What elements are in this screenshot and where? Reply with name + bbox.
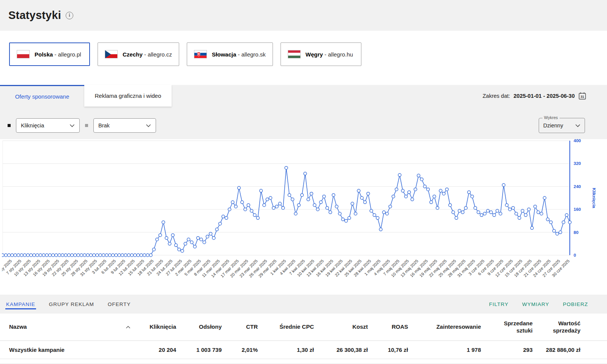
svg-text:80: 80 [574,230,579,235]
metric1-select[interactable]: Kliknięcia [16,118,80,133]
poland-flag-icon [17,50,30,58]
svg-text:31: 31 [580,95,584,99]
chevron-down-icon [146,124,151,127]
tab-kampanie[interactable]: KAMPANIE [5,299,36,309]
date-range-value: 2025-01-01 - 2025-06-30 [514,93,575,99]
market-selector: Polska - allegro.pl Czechy - allegro.cz [0,31,607,85]
column-header-srednie-cpc[interactable]: Średnie CPC [258,323,314,331]
dimensions-button[interactable]: WYMIARY [522,301,549,307]
cell-nazwa: Wszystkie kampanie [9,347,134,353]
svg-text:240: 240 [574,184,581,189]
table-row[interactable]: Wszystkie kampanie 20 204 1 003 739 2,01… [0,341,607,359]
info-icon[interactable]: i [66,12,73,19]
date-range-label: Zakres dat: [482,93,510,99]
column-header-roas[interactable]: ROAS [368,323,408,331]
market-label: Polska - allegro.pl [35,51,81,58]
table-footer-divider [0,359,607,364]
hungary-flag-icon [288,50,301,58]
svg-text:0: 0 [574,253,576,257]
chart-area: 080160240320400Kliknięcia4 sty 20257 sty… [0,139,607,295]
market-button-czechy[interactable]: Czechy - allegro.cz [98,42,179,66]
svg-text:160: 160 [574,207,581,212]
tab-oferty-sponsorowane[interactable]: Oferty sponsorowane [0,85,84,107]
cell-roas: 10,76 zł [368,347,408,353]
market-button-polska[interactable]: Polska - allegro.pl [9,42,90,66]
metric2-value: Brak [98,122,110,129]
page-title: Statystyki [8,9,61,22]
date-range-picker[interactable]: Zakres dat: 2025-01-01 - 2025-06-30 31 [482,85,607,107]
column-header-klikniecia[interactable]: Kliknięcia [134,323,176,331]
column-header-zainteresowanie[interactable]: Zainteresowanie [408,323,481,331]
svg-text:320: 320 [574,161,581,166]
column-header-wartosc-sprzedazy[interactable]: Wartość sprzedaży [533,320,580,334]
metric1-value: Kliknięcia [21,122,44,129]
column-header-koszt[interactable]: Koszt [314,323,368,331]
tab-label: Reklama graficzna i wideo [95,93,161,99]
metric2-select[interactable]: Brak [93,118,156,133]
sort-asc-icon[interactable] [126,326,131,329]
svg-text:Kliknięcia: Kliknięcia [592,188,596,208]
statistics-page: Statystyki i Polska - allegro.pl Czechy [0,0,607,364]
market-button-slowacja[interactable]: Słowacja - allegro.sk [187,42,273,66]
market-button-wegry[interactable]: Węgry - allegro.hu [281,42,361,66]
column-header-sprzedane-sztuki[interactable]: Sprzedane sztuki [481,320,533,334]
column-header-nazwa[interactable]: Nazwa [9,323,134,331]
svg-text:400: 400 [574,139,581,143]
column-header-label: Nazwa [9,323,27,331]
tab-label: Oferty sponsorowane [15,93,69,100]
chevron-down-icon [69,124,75,127]
chevron-down-icon [575,124,580,127]
cell-wartosc-sprzedazy: 282 886,00 zł [533,347,580,353]
cell-odslony: 1 003 739 [176,347,222,353]
chart-interval-label: Wykres [542,115,560,120]
metric1-color-chip [8,124,11,127]
cell-koszt: 26 300,38 zł [314,347,368,353]
cell-sprzedane-sztuki: 293 [481,347,533,353]
tab-reklama-graficzna-i-wideo[interactable]: Reklama graficzna i wideo [84,85,172,107]
column-header-odslony[interactable]: Odsłony [176,323,222,331]
chart-interval-value: Dzienny [543,122,563,129]
czech-flag-icon [105,50,118,58]
market-label: Słowacja - allegro.sk [212,51,266,58]
tab-oferty[interactable]: OFERTY [107,299,132,309]
campaigns-table: Nazwa Kliknięcia Odsłony CTR Średnie CPC… [0,314,607,364]
chart-controls: Kliknięcia Brak Wykres Dzienny [0,107,607,139]
table-header-row: Nazwa Kliknięcia Odsłony CTR Średnie CPC… [0,314,607,341]
cell-zainteresowanie: 1 978 [408,347,481,353]
metric2-color-chip [85,124,88,127]
page-header: Statystyki i [0,0,607,31]
table-actions: FILTRY WYMIARY POBIERZ [489,301,588,307]
tab-grupy-reklam[interactable]: GRUPY REKLAM [48,299,95,309]
market-label: Czechy - allegro.cz [123,51,172,58]
market-label: Węgry - allegro.hu [306,51,353,58]
table-toolbar: KAMPANIE GRUPY REKLAM OFERTY FILTRY WYMI… [0,295,607,314]
cell-ctr: 2,01% [222,347,258,353]
slovakia-flag-icon [194,50,207,58]
ad-type-tabs: Oferty sponsorowane Reklama graficzna i … [0,85,607,107]
chart-section: Oferty sponsorowane Reklama graficzna i … [0,85,607,139]
cell-srednie-cpc: 1,30 zł [258,347,314,353]
column-header-ctr[interactable]: CTR [222,323,258,331]
cell-klikniecia: 20 204 [134,347,176,353]
chart-interval-select[interactable]: Wykres Dzienny [539,118,585,133]
filters-button[interactable]: FILTRY [489,301,508,307]
clicks-line-chart: 080160240320400Kliknięcia4 sty 20257 sty… [2,139,605,295]
download-button[interactable]: POBIERZ [563,301,588,307]
calendar-icon[interactable]: 31 [578,92,587,100]
